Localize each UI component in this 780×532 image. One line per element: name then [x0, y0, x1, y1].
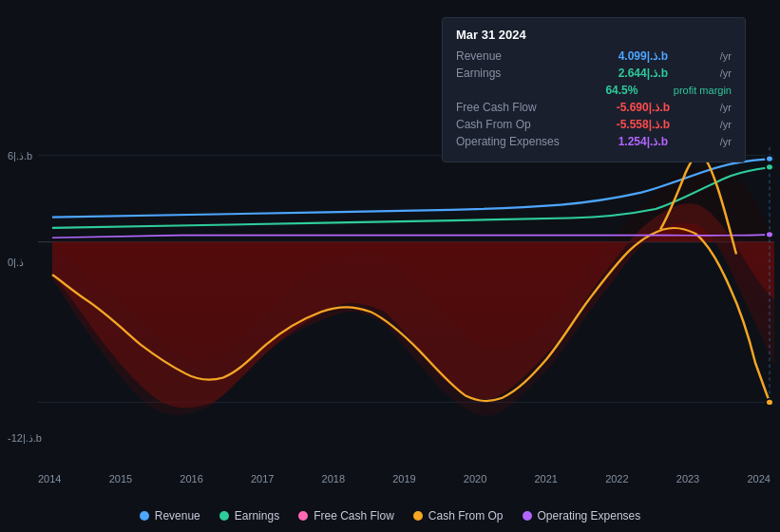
legend-item-fcf[interactable]: Free Cash Flow	[298, 509, 394, 522]
tooltip-opex-row: Operating Expenses 1.254|.ذ.b /yr	[456, 135, 732, 148]
legend-label-earnings: Earnings	[235, 509, 279, 522]
tooltip-margin-value: 64.5%	[605, 84, 637, 97]
x-label-2019: 2019	[392, 473, 415, 484]
svg-point-5	[766, 156, 773, 162]
tooltip-fcf-label: Free Cash Flow	[456, 101, 570, 114]
tooltip-margin-row: 64.5% profit margin	[456, 84, 732, 97]
chart-svg	[0, 147, 780, 484]
tooltip-earnings-row: Earnings 2.644|.ذ.b /yr	[456, 66, 732, 80]
tooltip-opex-unit: /yr	[720, 136, 732, 147]
tooltip-earnings-value: 2.644|.ذ.b	[618, 66, 668, 80]
tooltip-revenue-label: Revenue	[456, 49, 570, 63]
tooltip-margin-text: profit margin	[674, 85, 732, 96]
x-label-2018: 2018	[322, 473, 345, 484]
tooltip-opex-label: Operating Expenses	[456, 135, 570, 148]
legend-item-earnings[interactable]: Earnings	[219, 509, 279, 522]
legend-label-cashop: Cash From Op	[428, 509, 504, 522]
x-label-2022: 2022	[605, 473, 628, 484]
legend-label-fcf: Free Cash Flow	[314, 509, 394, 522]
x-label-2023: 2023	[676, 473, 699, 484]
x-label-2015: 2015	[109, 473, 132, 484]
tooltip-fcf-row: Free Cash Flow -5.690|.ذ.b /yr	[456, 101, 732, 114]
tooltip-cashop-value: -5.558|.ذ.b	[617, 118, 670, 131]
tooltip-fcf-value: -5.690|.ذ.b	[617, 101, 670, 114]
x-label-2017: 2017	[251, 473, 274, 484]
tooltip-date: Mar 31 2024	[456, 28, 732, 42]
tooltip-earnings-unit: /yr	[720, 67, 732, 79]
legend-label-revenue: Revenue	[155, 509, 200, 522]
tooltip-fcf-unit: /yr	[720, 102, 732, 113]
legend-dot-fcf	[298, 511, 308, 521]
legend-item-revenue[interactable]: Revenue	[140, 509, 200, 522]
legend-item-cashop[interactable]: Cash From Op	[413, 509, 504, 522]
x-label-2016: 2016	[180, 473, 202, 484]
legend-dot-revenue	[140, 511, 149, 521]
tooltip-revenue-unit: /yr	[720, 50, 732, 62]
tooltip-cashop-row: Cash From Op -5.558|.ذ.b /yr	[456, 118, 732, 131]
svg-point-6	[766, 163, 773, 170]
legend-dot-earnings	[219, 511, 229, 521]
legend-dot-opex	[523, 511, 532, 521]
legend-dot-cashop	[413, 511, 423, 521]
x-label-2024: 2024	[747, 473, 770, 484]
tooltip-revenue-row: Revenue 4.099|.ذ.b /yr	[456, 49, 732, 63]
x-label-2014: 2014	[38, 473, 61, 484]
x-axis-labels: 2014 2015 2016 2017 2018 2019 2020 2021 …	[38, 473, 770, 484]
svg-point-7	[766, 231, 773, 238]
legend-label-opex: Operating Expenses	[538, 509, 641, 522]
chart-container: Mar 31 2024 Revenue 4.099|.ذ.b /yr Earni…	[0, 0, 780, 532]
x-label-2021: 2021	[534, 473, 557, 484]
tooltip-earnings-label: Earnings	[456, 66, 570, 80]
tooltip-opex-value: 1.254|.ذ.b	[618, 135, 668, 148]
tooltip-cashop-label: Cash From Op	[456, 118, 570, 131]
x-label-2020: 2020	[464, 473, 486, 484]
tooltip: Mar 31 2024 Revenue 4.099|.ذ.b /yr Earni…	[442, 17, 746, 162]
tooltip-cashop-unit: /yr	[720, 119, 732, 130]
legend-item-opex[interactable]: Operating Expenses	[523, 509, 641, 522]
tooltip-revenue-value: 4.099|.ذ.b	[618, 49, 668, 63]
svg-point-8	[766, 399, 773, 406]
legend: Revenue Earnings Free Cash Flow Cash Fro…	[0, 509, 780, 522]
